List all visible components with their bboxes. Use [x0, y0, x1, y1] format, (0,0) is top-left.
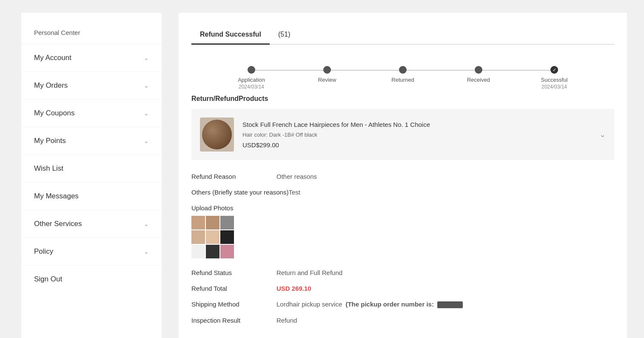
redacted-order-number [437, 301, 463, 308]
others-value: Test [288, 189, 300, 196]
upload-photos-label: Upload Photos [191, 204, 614, 212]
chevron-down-icon: ⌄ [144, 110, 149, 117]
sidebar-item-policy[interactable]: Policy ⌄ [21, 238, 162, 266]
sidebar-item-my-messages[interactable]: My Messages [21, 183, 162, 210]
refund-total-value: USD 269.10 [276, 285, 311, 292]
photo-cell [220, 216, 234, 229]
step-circle-review [323, 66, 331, 74]
product-price: USD$299.00 [242, 141, 599, 149]
refund-reason-value: Other reasons [276, 173, 317, 180]
step-successful: ✓ Successful 2024/03/14 [550, 66, 558, 74]
photo-cell [220, 245, 234, 258]
step-returned: Returned [399, 66, 407, 74]
others-row: Others (Briefly state your reasons) Test [191, 189, 614, 196]
chevron-down-icon: ⌄ [144, 82, 149, 89]
step-circle-returned [399, 66, 407, 74]
sidebar-item-wish-list[interactable]: Wish List [21, 155, 162, 183]
product-color: Hair color: Dark -1B# Off black [242, 132, 599, 138]
step-circle-successful: ✓ [550, 66, 558, 74]
photo-cell [191, 230, 205, 244]
sidebar-item-my-points[interactable]: My Points ⌄ [21, 127, 162, 155]
refund-total-label: Refund Total [191, 285, 276, 292]
step-received: Received [475, 66, 482, 74]
step-date-successful: 2024/03/14 [541, 84, 567, 90]
step-date-application: 2024/03/14 [239, 84, 264, 90]
tab-bar: Refund Successful (51) [191, 26, 614, 45]
upload-photos-section: Upload Photos [191, 204, 614, 258]
sidebar-item-my-orders[interactable]: My Orders ⌄ [21, 72, 162, 100]
refund-reason-label: Refund Reason [191, 173, 276, 180]
shipping-method-row: Shipping Method Lordhair pickup service … [191, 301, 614, 308]
sidebar-item-my-coupons[interactable]: My Coupons ⌄ [21, 100, 162, 127]
inspection-result-label: Inspection Result [191, 317, 276, 324]
shipping-method-value: Lordhair pickup service (The pickup orde… [276, 301, 463, 308]
refund-reason-row: Refund Reason Other reasons [191, 173, 614, 180]
sidebar-item-other-services[interactable]: Other Services ⌄ [21, 210, 162, 238]
step-line-1 [255, 70, 323, 71]
photo-cell [191, 245, 205, 258]
product-name: Stock Full French Lace Hairpieces for Me… [242, 121, 599, 128]
sidebar-item-label: My Coupons [34, 109, 74, 117]
shipping-method-label: Shipping Method [191, 301, 276, 308]
sign-out-button[interactable]: Sign Out [21, 266, 162, 293]
step-label-returned: Returned [391, 77, 414, 83]
step-label-successful: Successful [541, 77, 568, 83]
step-label-application: Application [238, 77, 265, 83]
refund-status-value: Return and Full Refund [276, 269, 342, 276]
photo-cell [191, 216, 205, 229]
sidebar: Personal Center My Account ⌄ My Orders ⌄… [21, 13, 162, 338]
photos-grid [191, 216, 234, 258]
product-section-title: Return/RefundProducts [191, 95, 614, 103]
sidebar-item-my-account[interactable]: My Account ⌄ [21, 44, 162, 72]
content-panel: Refund Successful (51) Application 2024/… [179, 13, 627, 338]
inspection-result-row: Inspection Result Refund [191, 317, 614, 324]
photo-cell [220, 230, 234, 244]
step-circle-received [475, 66, 482, 74]
step-line-2 [331, 70, 399, 71]
photo-cell [206, 245, 219, 258]
chevron-down-icon: ⌄ [144, 221, 149, 227]
photo-cell [206, 230, 219, 244]
others-label: Others (Briefly state your reasons) [191, 189, 288, 196]
product-image [200, 117, 234, 152]
progress-steps: Application 2024/03/14 Review Returned R… [191, 62, 614, 78]
step-label-received: Received [467, 77, 490, 83]
shipping-service-name: Lordhair pickup service [276, 301, 342, 308]
sidebar-item-label: Policy [34, 247, 53, 256]
photo-cell [206, 216, 219, 229]
step-application: Application 2024/03/14 [248, 66, 255, 74]
product-card: Stock Full French Lace Hairpieces for Me… [191, 109, 614, 160]
chevron-down-icon: ⌄ [144, 137, 149, 144]
sidebar-item-label: Wish List [34, 164, 63, 173]
tab-refund-successful[interactable]: Refund Successful [191, 26, 270, 45]
tab-count[interactable]: (51) [270, 26, 299, 45]
refund-status-row: Refund Status Return and Full Refund [191, 269, 614, 276]
main-content: Refund Successful (51) Application 2024/… [162, 0, 644, 338]
sidebar-item-label: My Points [34, 137, 66, 145]
product-details: Stock Full French Lace Hairpieces for Me… [242, 121, 599, 149]
chevron-down-icon: ⌄ [144, 248, 149, 255]
chevron-down-icon: ⌄ [144, 54, 149, 61]
product-thumbnail [202, 120, 232, 149]
inspection-result-value: Refund [276, 317, 297, 324]
sidebar-header: Personal Center [21, 21, 162, 44]
product-expand-icon[interactable]: ⌄ [599, 130, 606, 139]
step-line-4 [482, 70, 550, 71]
step-label-review: Review [318, 77, 336, 83]
refund-total-row: Refund Total USD 269.10 [191, 285, 614, 292]
sidebar-item-label: My Account [34, 54, 71, 62]
sidebar-item-label: My Messages [34, 192, 79, 201]
refund-status-label: Refund Status [191, 269, 276, 276]
step-circle-application [248, 66, 255, 74]
step-line-3 [407, 70, 475, 71]
sidebar-item-label: My Orders [34, 81, 68, 90]
shipping-pickup-label: (The pickup order number is: [345, 301, 434, 308]
step-review: Review [323, 66, 331, 74]
sidebar-item-label: Other Services [34, 220, 82, 228]
